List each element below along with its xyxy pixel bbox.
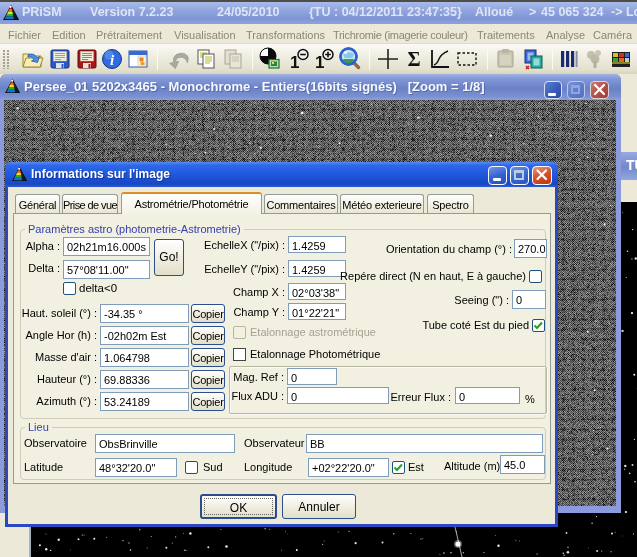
svg-text:Σ: Σ [407, 48, 420, 70]
